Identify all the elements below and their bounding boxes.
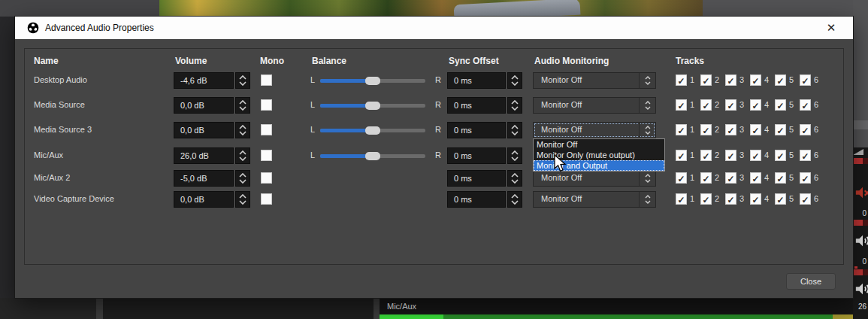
track-checkbox[interactable]: ✓: [800, 124, 811, 135]
track-toggle[interactable]: ✓4: [750, 124, 775, 136]
track-checkbox[interactable]: ✓: [676, 150, 687, 161]
spinner-down-icon[interactable]: [239, 106, 246, 111]
balance-slider[interactable]: L R: [309, 147, 441, 164]
track-toggle[interactable]: ✓4: [750, 193, 775, 205]
speaker-icon[interactable]: [854, 280, 868, 298]
spinner-up-icon[interactable]: [239, 125, 246, 129]
spinner-up-icon[interactable]: [511, 75, 519, 80]
spinner-down-icon[interactable]: [511, 106, 519, 111]
spinner-down-icon[interactable]: [239, 131, 246, 135]
volume-spinner[interactable]: [235, 191, 250, 208]
mono-checkbox[interactable]: [261, 150, 272, 161]
track-checkbox[interactable]: ✓: [800, 193, 811, 205]
spinner-down-icon[interactable]: [239, 81, 246, 86]
track-checkbox[interactable]: ✓: [700, 74, 712, 86]
track-checkbox[interactable]: ✓: [750, 99, 761, 111]
track-checkbox[interactable]: ✓: [750, 193, 761, 205]
spinner-up-icon[interactable]: [511, 194, 519, 199]
spinner-down-icon[interactable]: [511, 81, 519, 86]
balance-track[interactable]: [320, 154, 425, 158]
combo-stepper-icon[interactable]: [639, 123, 655, 138]
track-checkbox[interactable]: ✓: [800, 172, 811, 184]
volume-spinner[interactable]: [235, 170, 250, 187]
track-toggle[interactable]: ✓5: [775, 193, 800, 205]
track-toggle[interactable]: ✓6: [800, 99, 824, 111]
balance-handle[interactable]: [365, 152, 380, 160]
volume-spinner[interactable]: [235, 147, 250, 164]
track-toggle[interactable]: ✓3: [725, 193, 750, 205]
volume-input[interactable]: 26,0 dB: [174, 147, 234, 164]
spinner-up-icon[interactable]: [511, 100, 519, 105]
track-toggle[interactable]: ✓1: [676, 99, 700, 111]
spinner-up-icon[interactable]: [239, 100, 246, 105]
track-toggle[interactable]: ✓3: [725, 124, 750, 136]
spinner-down-icon[interactable]: [511, 156, 519, 161]
spinner-up-icon[interactable]: [511, 150, 519, 155]
sync-offset-input[interactable]: 0 ms: [447, 147, 506, 164]
balance-track[interactable]: [320, 104, 425, 108]
spinner-down-icon[interactable]: [511, 200, 519, 205]
sync-offset-spinner[interactable]: [507, 147, 522, 164]
track-toggle[interactable]: ✓6: [800, 193, 824, 205]
track-toggle[interactable]: ✓5: [775, 172, 800, 184]
volume-input[interactable]: -4,6 dB: [174, 72, 234, 89]
sync-offset-input[interactable]: 0 ms: [447, 170, 506, 187]
monitoring-select[interactable]: Monitor Off: [533, 97, 656, 114]
track-checkbox[interactable]: ✓: [676, 124, 687, 135]
balance-handle[interactable]: [365, 77, 380, 85]
track-toggle[interactable]: ✓5: [775, 124, 800, 136]
track-checkbox[interactable]: ✓: [676, 74, 687, 86]
track-checkbox[interactable]: ✓: [700, 99, 712, 111]
track-checkbox[interactable]: ✓: [725, 193, 736, 205]
volume-input[interactable]: 0,0 dB: [174, 191, 234, 208]
track-toggle[interactable]: ✓6: [800, 124, 824, 136]
track-checkbox[interactable]: ✓: [750, 74, 761, 86]
spinner-down-icon[interactable]: [239, 156, 246, 161]
track-checkbox[interactable]: ✓: [725, 124, 736, 135]
close-button[interactable]: Close: [786, 273, 836, 290]
track-checkbox[interactable]: ✓: [725, 172, 736, 184]
sync-offset-spinner[interactable]: [507, 170, 522, 187]
sync-offset-input[interactable]: 0 ms: [447, 97, 506, 114]
track-checkbox[interactable]: ✓: [775, 74, 786, 86]
close-window-icon[interactable]: ✕: [823, 20, 839, 36]
muted-speaker-icon[interactable]: [854, 184, 868, 202]
track-toggle[interactable]: ✓4: [750, 74, 775, 87]
volume-input[interactable]: 0,0 dB: [174, 97, 234, 114]
track-toggle[interactable]: ✓3: [725, 74, 750, 87]
spinner-down-icon[interactable]: [511, 131, 519, 135]
track-toggle[interactable]: ✓2: [700, 124, 725, 136]
combo-stepper-icon[interactable]: [639, 98, 655, 113]
track-checkbox[interactable]: ✓: [725, 99, 736, 111]
track-toggle[interactable]: ✓2: [700, 74, 725, 87]
sync-offset-spinner[interactable]: [507, 72, 522, 89]
track-toggle[interactable]: ✓1: [676, 193, 700, 205]
track-checkbox[interactable]: ✓: [676, 172, 687, 184]
sync-offset-spinner[interactable]: [507, 191, 522, 208]
track-checkbox[interactable]: ✓: [750, 150, 761, 161]
track-toggle[interactable]: ✓6: [800, 150, 824, 162]
balance-track[interactable]: [320, 129, 425, 132]
track-toggle[interactable]: ✓4: [750, 150, 775, 162]
track-checkbox[interactable]: ✓: [700, 172, 712, 184]
combo-stepper-icon[interactable]: [639, 171, 655, 186]
spinner-down-icon[interactable]: [239, 200, 246, 205]
track-toggle[interactable]: ✓6: [800, 74, 824, 87]
spinner-up-icon[interactable]: [511, 173, 519, 178]
volume-input[interactable]: -5,0 dB: [174, 170, 234, 187]
dialog-titlebar[interactable]: Advanced Audio Properties ✕: [15, 17, 853, 39]
track-toggle[interactable]: ✓3: [725, 150, 750, 162]
mono-checkbox[interactable]: [261, 99, 272, 111]
track-toggle[interactable]: ✓3: [725, 172, 750, 184]
track-checkbox[interactable]: ✓: [750, 124, 761, 135]
track-toggle[interactable]: ✓6: [800, 172, 824, 184]
track-toggle[interactable]: ✓1: [676, 124, 700, 136]
track-checkbox[interactable]: ✓: [700, 124, 712, 135]
track-toggle[interactable]: ✓2: [700, 99, 725, 111]
mono-checkbox[interactable]: [261, 172, 272, 184]
sync-offset-spinner[interactable]: [507, 97, 522, 114]
volume-spinner[interactable]: [235, 72, 250, 89]
balance-slider[interactable]: L R: [309, 122, 441, 138]
combo-stepper-icon[interactable]: [639, 73, 655, 88]
track-checkbox[interactable]: ✓: [725, 74, 736, 86]
